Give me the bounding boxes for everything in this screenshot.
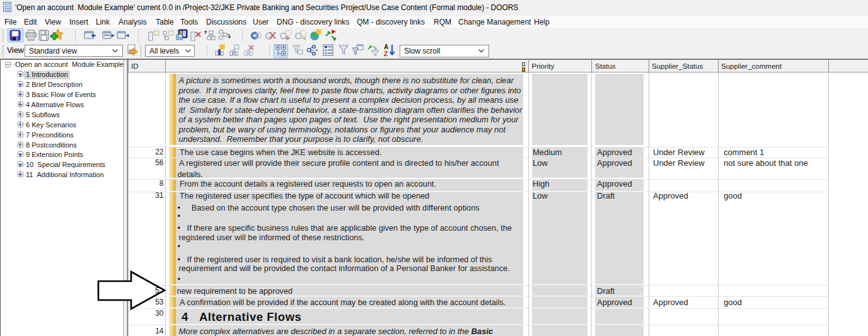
- svg-text:Z: Z: [384, 50, 388, 57]
- svg-text:A: A: [384, 43, 388, 50]
